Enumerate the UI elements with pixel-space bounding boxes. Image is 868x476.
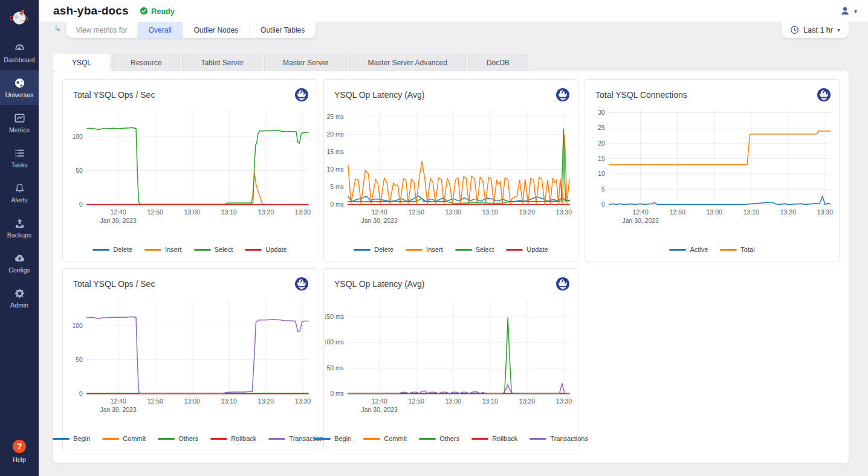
tab-outlier-nodes[interactable]: Outlier Nodes (183, 22, 250, 38)
chart-canvas[interactable]: 05010012:4012:5013:0013:1013:2013:30Jan … (63, 105, 317, 246)
sidebar-item-configs[interactable]: Configs (0, 245, 39, 280)
legend-item[interactable]: Delete (354, 246, 394, 253)
legend-label: Insert (426, 246, 443, 253)
chevron-down-icon: ▾ (837, 27, 840, 33)
time-range-selector[interactable]: Last 1 hr ▾ (782, 22, 849, 38)
legend-item[interactable]: Insert (406, 246, 443, 253)
chart-title: Total YSQL Ops / Sec (73, 90, 155, 100)
y-axis-tick: 5 (601, 186, 605, 193)
chart-card-total-ysql-ops-transactions: Total YSQL Ops / Sec 05010012:4012:5013:… (62, 268, 317, 451)
x-axis-date: Jan 30, 2023 (100, 407, 137, 413)
legend-item[interactable]: Begin (53, 435, 90, 442)
legend-item[interactable]: Commit (102, 435, 146, 442)
legend-item[interactable]: Active (669, 246, 708, 253)
legend-item[interactable]: Rollback (471, 435, 517, 442)
legend-item[interactable]: Total (720, 246, 754, 253)
y-axis-tick: 50 ms (326, 365, 343, 371)
sidebar-item-admin[interactable]: Admin (0, 280, 39, 315)
legend-item[interactable]: Select (194, 246, 233, 253)
prometheus-link-icon[interactable] (555, 277, 570, 291)
legend-swatch (53, 438, 70, 440)
tab-docdb[interactable]: DocDB (468, 54, 528, 71)
x-axis-tick: 13:00 (707, 209, 722, 216)
legend-label: Commit (384, 435, 407, 442)
y-axis-tick: 25 ms (326, 114, 343, 120)
view-metrics-for-label: View metrics for (66, 22, 138, 38)
sidebar-item-label: Dashboard (4, 56, 34, 63)
tab-master-server[interactable]: Master Server (264, 54, 347, 71)
tab-overall[interactable]: Overall (138, 22, 183, 38)
sidebar-item-backups[interactable]: Backups (0, 210, 39, 245)
chart-plot[interactable]: 05010012:4012:5013:0013:1013:2013:30Jan … (64, 105, 316, 233)
y-axis-tick: 100 ms (325, 339, 344, 346)
yugabyte-logo[interactable] (0, 0, 39, 35)
legend-label: Total (740, 246, 754, 253)
chart-canvas[interactable]: 0 ms50 ms100 ms150 ms12:4012:5013:0013:1… (324, 294, 578, 435)
tab-ysql[interactable]: YSQL (53, 54, 110, 71)
tab-resource[interactable]: Resource (112, 54, 180, 71)
legend-item[interactable]: Others (158, 435, 198, 442)
x-axis-tick: 13:20 (258, 398, 274, 405)
y-axis-tick: 15 ms (326, 149, 343, 155)
sidebar-item-help[interactable]: ? Help (0, 430, 39, 472)
sidebar-item-alerts[interactable]: Alerts (0, 175, 39, 210)
legend-label: Others (178, 435, 198, 442)
chart-plot[interactable]: 0 ms5 ms10 ms15 ms20 ms25 ms12:4012:5013… (325, 105, 577, 233)
chart-plot[interactable]: 05101520253012:4012:5013:0013:1013:2013:… (586, 105, 838, 233)
alerts-bell-icon (14, 182, 25, 194)
chart-title: YSQL Op Latency (Avg) (334, 279, 424, 289)
x-axis-tick: 13:10 (221, 398, 237, 405)
series-insert (87, 173, 308, 204)
legend-item[interactable]: Rollback (210, 435, 256, 442)
y-axis-tick: 100 (72, 323, 83, 329)
metric-category-tabs: YSQL Resource Tablet Server Master Serve… (53, 54, 868, 71)
sidebar-item-dashboard[interactable]: Dashboard (0, 35, 39, 70)
series-select (348, 129, 569, 204)
chart-plot[interactable]: 05010012:4012:5013:0013:1013:2013:30Jan … (64, 294, 316, 422)
sidebar-item-universes[interactable]: Universes (0, 70, 39, 105)
chart-plot[interactable]: 0 ms50 ms100 ms150 ms12:4012:5013:0013:1… (325, 294, 577, 422)
series-active (609, 196, 831, 204)
dashboard-gauge-icon (14, 42, 25, 54)
legend-item[interactable]: Begin (314, 435, 351, 442)
legend-item[interactable]: Update (245, 246, 287, 253)
prometheus-link-icon[interactable] (817, 88, 831, 102)
legend-label: Delete (113, 246, 132, 253)
y-axis-tick: 150 ms (325, 314, 344, 320)
legend-item[interactable]: Insert (144, 246, 182, 253)
x-axis-tick: 12:40 (372, 398, 387, 405)
metrics-toolbar: ↳ View metrics for Overall Outlier Nodes… (39, 22, 868, 38)
legend-label: Active (690, 246, 708, 253)
user-menu[interactable]: ▾ (840, 5, 857, 16)
metrics-scope-tabs: View metrics for Overall Outlier Nodes O… (66, 22, 316, 38)
prometheus-link-icon[interactable] (294, 277, 309, 291)
legend-item[interactable]: Others (419, 435, 459, 442)
help-question-icon: ? (13, 440, 26, 453)
chart-canvas[interactable]: 0 ms5 ms10 ms15 ms20 ms25 ms12:4012:5013… (324, 105, 578, 246)
legend-item[interactable]: Select (455, 246, 494, 253)
y-axis-tick: 10 ms (326, 166, 343, 173)
chart-legend: ActiveTotal (585, 246, 839, 262)
legend-swatch (92, 249, 109, 251)
sidebar-item-metrics[interactable]: Metrics (0, 105, 39, 140)
time-range-value: Last 1 hr (803, 26, 833, 34)
legend-item[interactable]: Commit (363, 435, 407, 442)
x-axis-date: Jan 30, 2023 (361, 407, 398, 413)
chart-canvas[interactable]: 05101520253012:4012:5013:0013:1013:2013:… (585, 105, 839, 246)
universe-header: ash-yba-docs Ready ▾ (39, 0, 868, 22)
sidebar-item-tasks[interactable]: Tasks (0, 140, 39, 175)
tab-outlier-tables[interactable]: Outlier Tables (250, 22, 316, 38)
legend-item[interactable]: Delete (92, 246, 132, 253)
legend-item[interactable]: Update (506, 246, 548, 253)
legend-item[interactable]: Transactions (530, 435, 588, 442)
tab-tablet-server[interactable]: Tablet Server (182, 54, 262, 71)
x-axis-tick: 13:20 (258, 209, 274, 216)
chart-canvas[interactable]: 05010012:4012:5013:0013:1013:2013:30Jan … (63, 294, 317, 435)
x-axis-tick: 13:00 (184, 209, 200, 216)
sidebar-item-label: Backups (7, 231, 31, 239)
prometheus-link-icon[interactable] (294, 88, 309, 102)
prometheus-link-icon[interactable] (555, 88, 570, 102)
configs-cloud-icon (14, 252, 25, 264)
tab-master-server-advanced[interactable]: Master Server Advanced (349, 54, 465, 71)
legend-label: Rollback (492, 435, 517, 442)
